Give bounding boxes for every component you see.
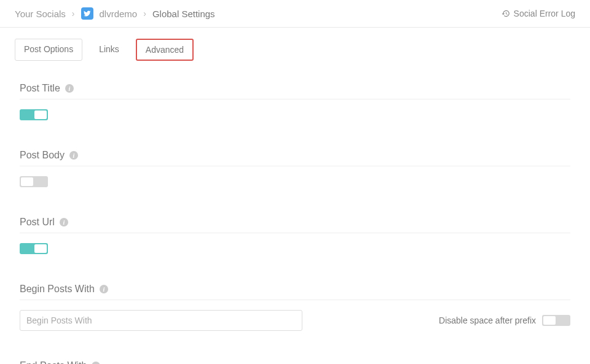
tab-advanced[interactable]: Advanced: [136, 39, 194, 61]
section-label: Post Title: [20, 83, 570, 99]
section-end-posts-with: End Posts With: [15, 360, 575, 364]
breadcrumb: Your Socials › dlvrdemo › Global Setting…: [15, 7, 215, 20]
section-begin-posts-with: Begin Posts With Disable space after pre…: [15, 284, 575, 331]
disable-space-group: Disable space after prefix: [439, 315, 570, 326]
content: Post Options Links Advanced Post Title P…: [0, 28, 590, 364]
section-label: End Posts With: [20, 360, 570, 364]
history-icon: [502, 9, 510, 18]
post-url-toggle[interactable]: [20, 243, 48, 254]
breadcrumb-current: Global Settings: [152, 9, 215, 19]
end-posts-label: End Posts With: [20, 360, 87, 364]
section-post-url: Post Url: [15, 217, 575, 254]
post-url-label: Post Url: [20, 217, 55, 228]
info-icon[interactable]: [60, 218, 68, 227]
disable-space-toggle[interactable]: [542, 315, 570, 326]
post-title-toggle[interactable]: [20, 109, 48, 120]
tabs: Post Options Links Advanced: [15, 39, 575, 61]
social-error-log-label: Social Error Log: [514, 9, 575, 18]
chevron-right-icon: ›: [143, 9, 146, 18]
section-post-body: Post Body: [15, 150, 575, 187]
info-icon[interactable]: [92, 362, 100, 364]
twitter-icon: [81, 7, 93, 20]
breadcrumb-root[interactable]: Your Socials: [15, 9, 66, 19]
chevron-right-icon: ›: [72, 9, 75, 18]
social-error-log-link[interactable]: Social Error Log: [502, 9, 575, 18]
begin-posts-label: Begin Posts With: [20, 284, 95, 295]
section-label: Post Body: [20, 150, 570, 166]
post-body-toggle[interactable]: [20, 176, 48, 187]
section-label: Post Url: [20, 217, 570, 233]
info-icon[interactable]: [69, 151, 78, 160]
tab-post-options[interactable]: Post Options: [15, 39, 82, 61]
section-label: Begin Posts With: [20, 284, 570, 300]
info-icon[interactable]: [65, 84, 74, 93]
tab-links[interactable]: Links: [90, 39, 128, 61]
post-title-label: Post Title: [20, 83, 60, 94]
breadcrumb-account[interactable]: dlvrdemo: [100, 9, 138, 19]
post-body-label: Post Body: [20, 150, 65, 161]
info-icon[interactable]: [100, 285, 108, 293]
header: Your Socials › dlvrdemo › Global Setting…: [0, 0, 590, 28]
section-post-title: Post Title: [15, 83, 575, 120]
begin-posts-row: Disable space after prefix: [20, 310, 570, 331]
disable-space-label: Disable space after prefix: [439, 316, 536, 325]
begin-posts-input[interactable]: [20, 310, 302, 331]
